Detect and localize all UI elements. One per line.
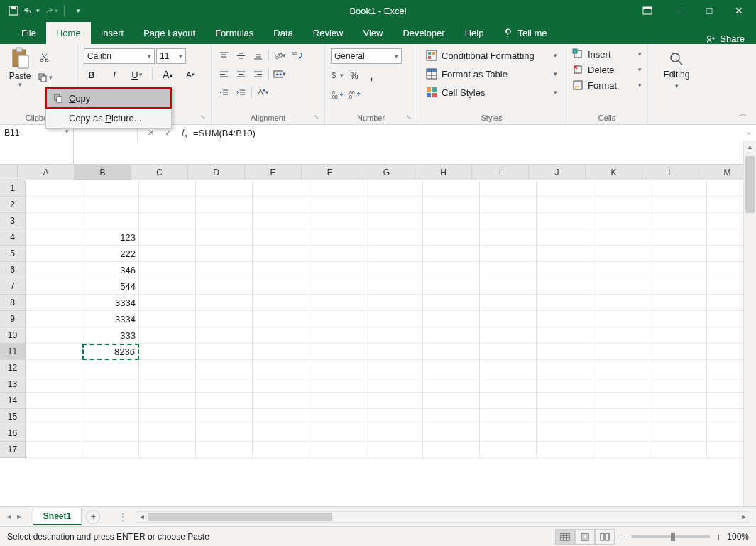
cell[interactable] <box>309 393 366 409</box>
select-all-corner[interactable] <box>0 165 18 180</box>
cell[interactable] <box>366 442 423 458</box>
cell[interactable] <box>139 344 196 360</box>
row-header[interactable]: 17 <box>0 442 26 458</box>
cell[interactable] <box>196 442 253 458</box>
copy-menu-item[interactable]: CCopyopy <box>46 88 171 108</box>
cell[interactable] <box>423 393 480 409</box>
cell[interactable] <box>480 442 537 458</box>
cell[interactable] <box>139 197 196 213</box>
cell[interactable] <box>537 295 593 311</box>
cell[interactable] <box>650 213 707 229</box>
cells-grid[interactable]: 123222346544333433343338236 <box>26 180 743 461</box>
cell[interactable]: 3334 <box>82 311 139 327</box>
cell[interactable] <box>253 360 309 376</box>
cell[interactable] <box>139 393 196 409</box>
row-header[interactable]: 7 <box>0 278 26 295</box>
percent-format-icon[interactable]: % <box>348 68 361 82</box>
cell[interactable] <box>139 295 196 311</box>
align-right-icon[interactable] <box>251 67 264 81</box>
number-format-select[interactable]: General▾ <box>331 48 402 64</box>
cell[interactable] <box>480 344 537 360</box>
cell[interactable] <box>139 360 196 376</box>
cell[interactable] <box>423 246 480 262</box>
delete-cells-button[interactable]: Delete▾ <box>572 64 642 75</box>
cell[interactable] <box>82 425 139 442</box>
cell[interactable] <box>366 197 423 213</box>
cell[interactable] <box>139 425 196 442</box>
cell[interactable] <box>139 229 196 246</box>
cell[interactable] <box>82 442 139 458</box>
cell[interactable] <box>309 246 366 262</box>
cell[interactable] <box>253 197 309 213</box>
cell[interactable] <box>366 246 423 262</box>
cell[interactable] <box>480 246 537 262</box>
cell[interactable] <box>82 213 139 229</box>
cell[interactable] <box>26 327 82 344</box>
column-header[interactable]: F <box>302 165 358 180</box>
cell[interactable] <box>309 262 366 278</box>
column-header[interactable]: B <box>75 165 131 180</box>
scroll-right-icon[interactable]: ► <box>738 512 750 522</box>
cell[interactable] <box>537 360 593 376</box>
cell[interactable] <box>423 360 480 376</box>
cell[interactable] <box>82 409 139 425</box>
cell[interactable] <box>650 180 707 197</box>
cell[interactable] <box>480 213 537 229</box>
cell[interactable] <box>366 376 423 393</box>
cell[interactable] <box>366 311 423 327</box>
cell[interactable] <box>593 442 650 458</box>
cell[interactable] <box>593 278 650 295</box>
fx-icon[interactable]: fx <box>182 128 187 139</box>
cell[interactable] <box>480 376 537 393</box>
cell[interactable] <box>309 442 366 458</box>
font-size-select[interactable]: 11▾ <box>156 48 186 64</box>
close-button[interactable]: ✕ <box>732 5 746 16</box>
cell[interactable] <box>366 360 423 376</box>
cell[interactable] <box>423 262 480 278</box>
cell[interactable] <box>253 344 309 360</box>
cell[interactable] <box>253 393 309 409</box>
tab-insert[interactable]: Insert <box>91 22 134 44</box>
cell[interactable] <box>480 327 537 344</box>
cell[interactable] <box>366 393 423 409</box>
row-header[interactable]: 8 <box>0 295 26 311</box>
tab-page-layout[interactable]: Page Layout <box>133 22 205 44</box>
name-box[interactable]: B11▾ <box>0 125 74 164</box>
cell[interactable] <box>196 311 253 327</box>
cell[interactable] <box>309 278 366 295</box>
cell[interactable] <box>537 180 593 197</box>
comma-format-icon[interactable]: , <box>365 68 378 82</box>
cell[interactable] <box>593 180 650 197</box>
cell[interactable] <box>26 311 82 327</box>
cell[interactable] <box>423 229 480 246</box>
cell[interactable]: 123 <box>82 229 139 246</box>
tell-me[interactable]: Tell me <box>493 22 557 44</box>
cell[interactable] <box>537 278 593 295</box>
cell[interactable] <box>423 344 480 360</box>
formula-input[interactable]: =SUM(B4:B10) ⌄ <box>187 125 756 164</box>
cell[interactable] <box>593 344 650 360</box>
row-header[interactable]: 5 <box>0 246 26 262</box>
cell[interactable] <box>537 229 593 246</box>
column-header[interactable]: H <box>415 165 472 180</box>
cell[interactable] <box>593 409 650 425</box>
cell[interactable] <box>82 393 139 409</box>
copy-as-picture-menu-item[interactable]: Copy as Picture... Copy as Picture... <box>46 108 171 128</box>
cell[interactable] <box>26 376 82 393</box>
cell[interactable] <box>196 409 253 425</box>
cell[interactable] <box>309 344 366 360</box>
cell[interactable] <box>423 311 480 327</box>
cell[interactable] <box>26 344 82 360</box>
cell[interactable] <box>593 262 650 278</box>
cell[interactable] <box>537 393 593 409</box>
cell[interactable] <box>26 229 82 246</box>
cell[interactable] <box>26 409 82 425</box>
add-sheet-button[interactable]: + <box>86 510 100 524</box>
cell[interactable] <box>366 180 423 197</box>
alignment-dialog-launcher[interactable]: ⤡ <box>314 114 321 121</box>
collapse-ribbon-icon[interactable]: ︿ <box>739 108 747 120</box>
format-as-table-button[interactable]: Format as Table▾ <box>423 67 560 81</box>
cell[interactable] <box>537 409 593 425</box>
cell[interactable] <box>650 425 707 442</box>
copy-dropdown[interactable]: ▾ <box>37 70 53 85</box>
